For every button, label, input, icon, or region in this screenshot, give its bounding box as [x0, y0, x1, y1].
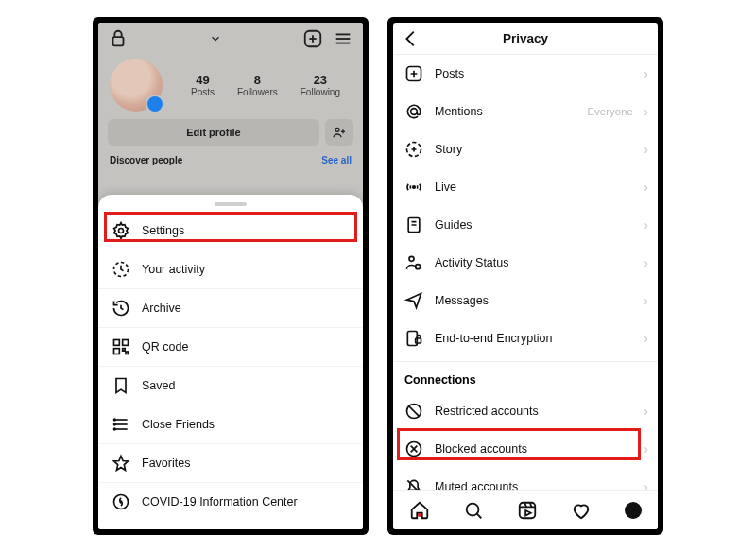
menu-item-activity[interactable]: Your activity	[98, 250, 363, 289]
covid-icon	[112, 492, 130, 511]
create-icon[interactable]	[302, 28, 323, 49]
chevron-right-icon: ›	[644, 255, 648, 270]
svg-rect-13	[123, 340, 129, 346]
menu-item-activity-label: Your activity	[142, 263, 205, 276]
activity-icon	[112, 260, 130, 279]
phone-left: 49 Posts 8 Followers 23 Following	[93, 17, 369, 535]
svg-line-50	[477, 513, 482, 518]
favorites-icon	[112, 454, 130, 473]
saved-icon	[112, 376, 130, 395]
back-button[interactable]	[401, 28, 421, 49]
row-encryption-label: End-to-end Encryption	[435, 332, 552, 345]
privacy-list: Posts› Mentions Everyone › Story› Live›	[393, 55, 658, 357]
chevron-right-icon: ›	[644, 331, 648, 346]
row-blocked[interactable]: Blocked accounts›	[393, 430, 658, 468]
row-encryption[interactable]: End-to-end Encryption›	[393, 319, 658, 357]
tab-reels[interactable]	[517, 500, 538, 521]
row-mentions[interactable]: Mentions Everyone ›	[393, 93, 658, 130]
row-messages[interactable]: Messages›	[393, 282, 658, 319]
menu-item-qr[interactable]: QR code	[98, 328, 363, 367]
tab-home[interactable]	[409, 500, 430, 521]
menu-item-archive[interactable]: Archive	[98, 289, 363, 328]
archive-icon	[112, 299, 130, 318]
svg-rect-12	[114, 340, 120, 346]
stat-followers[interactable]: 8 Followers	[237, 73, 278, 97]
chevron-right-icon: ›	[644, 104, 648, 119]
svg-point-49	[467, 503, 479, 515]
home-icon	[409, 500, 430, 521]
svg-point-37	[409, 256, 414, 261]
menu-item-settings[interactable]: Settings	[98, 212, 363, 250]
stat-posts[interactable]: 49 Posts	[191, 73, 215, 97]
username-dropdown[interactable]	[129, 32, 302, 45]
svg-point-25	[120, 501, 122, 503]
row-posts-label: Posts	[435, 67, 464, 80]
screen-right: Privacy Posts› Mentions Everyone › Story…	[393, 23, 658, 529]
svg-line-42	[408, 405, 420, 417]
svg-rect-0	[113, 37, 124, 45]
guides-icon	[404, 216, 423, 234]
row-live-label: Live	[435, 181, 456, 194]
svg-marker-55	[525, 510, 531, 516]
menu-bottom-sheet: Settings Your activity Archive QR code	[98, 195, 363, 529]
row-activity-status[interactable]: Activity Status›	[393, 244, 658, 282]
mentions-icon	[404, 102, 423, 121]
stat-posts-label: Posts	[191, 87, 215, 97]
stat-followers-count: 8	[237, 73, 278, 87]
avatar[interactable]	[110, 59, 163, 112]
settings-icon	[112, 221, 130, 240]
menu-item-archive-label: Archive	[142, 302, 181, 315]
bottom-tab-bar	[393, 490, 658, 529]
edit-profile-button[interactable]: Edit profile	[108, 119, 319, 146]
story-icon	[404, 140, 423, 159]
row-guides[interactable]: Guides›	[393, 206, 658, 244]
chevron-right-icon: ›	[644, 404, 648, 419]
svg-marker-23	[114, 457, 129, 471]
tab-search[interactable]	[463, 500, 484, 521]
blocked-icon	[404, 440, 423, 458]
menu-item-close-friends-label: Close Friends	[142, 418, 215, 431]
posts-icon	[404, 64, 423, 83]
menu-item-saved-label: Saved	[142, 379, 175, 392]
svg-point-21	[114, 423, 116, 425]
svg-point-22	[114, 428, 116, 430]
menu-item-covid-label: COVID-19 Information Center	[142, 495, 298, 509]
svg-point-33	[413, 186, 416, 189]
menu-item-favorites-label: Favorites	[142, 457, 190, 470]
hamburger-menu-icon[interactable]	[333, 28, 353, 49]
menu-item-close-friends[interactable]: Close Friends	[98, 405, 363, 444]
row-mentions-label: Mentions	[435, 105, 483, 118]
menu-item-favorites[interactable]: Favorites	[98, 444, 363, 483]
row-restricted[interactable]: Restricted accounts›	[393, 392, 658, 430]
svg-point-10	[119, 229, 124, 233]
see-all-link[interactable]: See all	[321, 155, 352, 165]
discover-people-button[interactable]	[325, 119, 353, 146]
qr-icon	[112, 337, 130, 356]
stat-following-label: Following	[301, 87, 340, 97]
notification-dot	[418, 513, 421, 517]
stat-following[interactable]: 23 Following	[301, 73, 340, 97]
menu-item-saved[interactable]: Saved	[98, 367, 363, 405]
chevron-right-icon: ›	[644, 180, 648, 195]
row-live[interactable]: Live›	[393, 168, 658, 206]
screen-left: 49 Posts 8 Followers 23 Following	[98, 23, 363, 529]
row-messages-label: Messages	[435, 294, 489, 307]
row-posts[interactable]: Posts›	[393, 55, 658, 93]
sheet-grabber[interactable]	[215, 202, 247, 206]
tab-profile[interactable]	[625, 502, 642, 519]
privacy-header: Privacy	[393, 23, 658, 55]
svg-rect-16	[126, 352, 129, 354]
row-guides-label: Guides	[435, 218, 472, 232]
profile-header	[98, 23, 363, 53]
row-mentions-value: Everyone	[587, 106, 633, 117]
chevron-right-icon: ›	[644, 441, 648, 457]
live-icon	[404, 178, 423, 197]
discover-people-label: Discover people	[110, 155, 182, 165]
row-story[interactable]: Story›	[393, 130, 658, 168]
svg-point-38	[416, 265, 421, 269]
tab-activity[interactable]	[571, 500, 592, 521]
menu-item-qr-label: QR code	[142, 340, 188, 354]
row-activity-status-label: Activity Status	[435, 256, 509, 269]
messages-icon	[404, 291, 423, 310]
menu-item-covid[interactable]: COVID-19 Information Center	[98, 483, 363, 521]
